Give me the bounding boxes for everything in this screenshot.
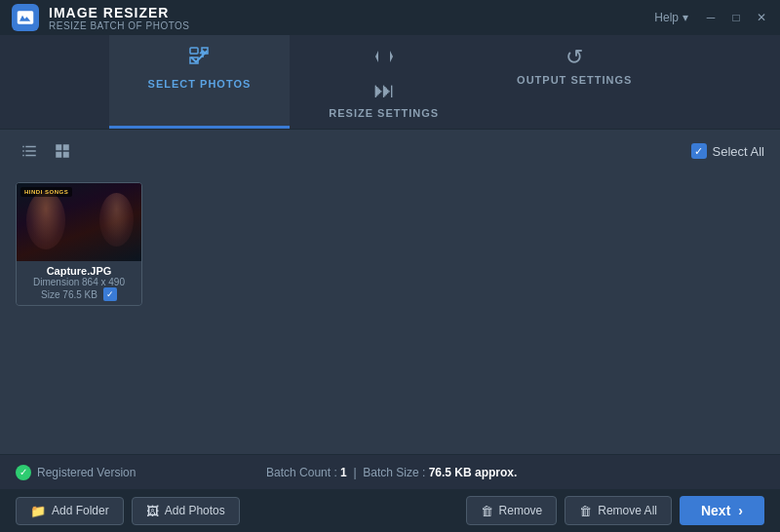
remove-all-button[interactable]: 🗑 Remove All (565, 496, 672, 525)
action-buttons-right: 🗑 Remove 🗑 Remove All Next › (466, 496, 764, 525)
select-all-checkbox[interactable]: ✓ (691, 143, 707, 159)
title-bar-right: Help ▾ ─ □ ✕ (654, 11, 768, 24)
tab-select-photos-label: SELECT PHOTOS (148, 78, 252, 90)
toolbar: ✓ Select All (0, 130, 780, 172)
batch-size-label: Batch Size : (363, 466, 425, 479)
photo-info-0: Capture.JPG Dimension 864 x 490 Size 76.… (17, 261, 141, 305)
tab-output-settings-label: OUTPUT SETTINGS (517, 74, 632, 86)
resize-icon-visual: ⏭ (373, 78, 395, 103)
remove-all-icon: 🗑 (579, 504, 592, 518)
select-all-label: Select All (713, 144, 764, 159)
add-photos-label: Add Photos (165, 504, 225, 517)
separator: | (353, 466, 356, 479)
add-photos-button[interactable]: 🖼 Add Photos (132, 497, 240, 525)
svg-rect-0 (190, 48, 198, 54)
remove-button[interactable]: 🗑 Remove (466, 496, 558, 525)
add-folder-button[interactable]: 📁 Add Folder (16, 497, 124, 525)
title-bar-left: IMAGE RESIZER RESIZE BATCH OF PHOTOS (12, 4, 190, 31)
bottom-bar: 📁 Add Folder 🖼 Add Photos 🗑 Remove 🗑 Rem… (0, 489, 780, 532)
batch-size-value: 76.5 KB approx. (429, 466, 518, 479)
select-all-area[interactable]: ✓ Select All (691, 143, 764, 159)
tab-select-photos[interactable]: SELECT PHOTOS (109, 35, 291, 129)
registered-label: Registered Version (37, 466, 136, 479)
thumbnail-label: HINDI SONGS (20, 187, 72, 197)
maximize-button[interactable]: □ (729, 11, 743, 24)
view-buttons (16, 137, 76, 165)
photo-dimension-0: Dimension 864 x 490 (22, 277, 136, 287)
list-view-button[interactable] (16, 137, 43, 165)
resize-settings-icon (372, 45, 396, 74)
batch-count-value: 1 (340, 466, 347, 479)
app-icon (12, 4, 39, 31)
photo-name-0: Capture.JPG (22, 265, 136, 277)
photo-card-0[interactable]: HINDI SONGS Capture.JPG Dimension 864 x … (16, 182, 142, 306)
photo-add-icon: 🖼 (146, 504, 159, 518)
remove-label: Remove (499, 504, 543, 517)
tab-resize-settings-label: RESIZE SETTINGS (329, 107, 439, 119)
app-subtitle: RESIZE BATCH OF PHOTOS (49, 20, 190, 31)
photo-size-row-0: Size 76.5 KB ✓ (22, 287, 136, 301)
add-folder-label: Add Folder (52, 504, 109, 517)
registered-status: ✓ Registered Version (16, 465, 136, 480)
close-button[interactable]: ✕ (755, 11, 768, 24)
help-button[interactable]: Help ▾ (654, 11, 688, 24)
title-text: IMAGE RESIZER RESIZE BATCH OF PHOTOS (49, 5, 190, 31)
next-button[interactable]: Next › (680, 496, 764, 525)
photo-checkbox-0[interactable]: ✓ (103, 287, 117, 301)
photo-thumbnail-0: HINDI SONGS (17, 183, 142, 261)
tab-navigation: SELECT PHOTOS ⏭ RESIZE SETTINGS ↺ OUTPUT… (0, 35, 780, 130)
app-title: IMAGE RESIZER (49, 5, 190, 20)
window-controls: ─ □ ✕ (704, 11, 768, 24)
remove-icon: 🗑 (481, 504, 493, 518)
photo-size-0: Size 76.5 KB (41, 289, 98, 300)
batch-count-label: Batch Count : (266, 466, 337, 479)
grid-view-button[interactable] (49, 137, 76, 165)
title-bar: IMAGE RESIZER RESIZE BATCH OF PHOTOS Hel… (0, 0, 780, 35)
next-arrow-icon: › (738, 503, 743, 518)
folder-icon: 📁 (30, 504, 46, 518)
next-label: Next (701, 503, 730, 518)
content-area: HINDI SONGS Capture.JPG Dimension 864 x … (0, 172, 780, 465)
batch-info: Batch Count : 1 | Batch Size : 76.5 KB a… (266, 466, 517, 479)
action-buttons-left: 📁 Add Folder 🖼 Add Photos (16, 497, 240, 525)
registered-icon: ✓ (16, 465, 31, 480)
output-icon-visual: ↺ (566, 45, 583, 70)
minimize-button[interactable]: ─ (704, 11, 718, 24)
tab-output-settings[interactable]: ↺ OUTPUT SETTINGS (478, 35, 671, 129)
tab-resize-settings[interactable]: ⏭ RESIZE SETTINGS (290, 35, 478, 129)
remove-all-label: Remove All (598, 504, 657, 517)
bottom-status: ✓ Registered Version Batch Count : 1 | B… (0, 454, 780, 489)
select-photos-icon (187, 45, 211, 74)
